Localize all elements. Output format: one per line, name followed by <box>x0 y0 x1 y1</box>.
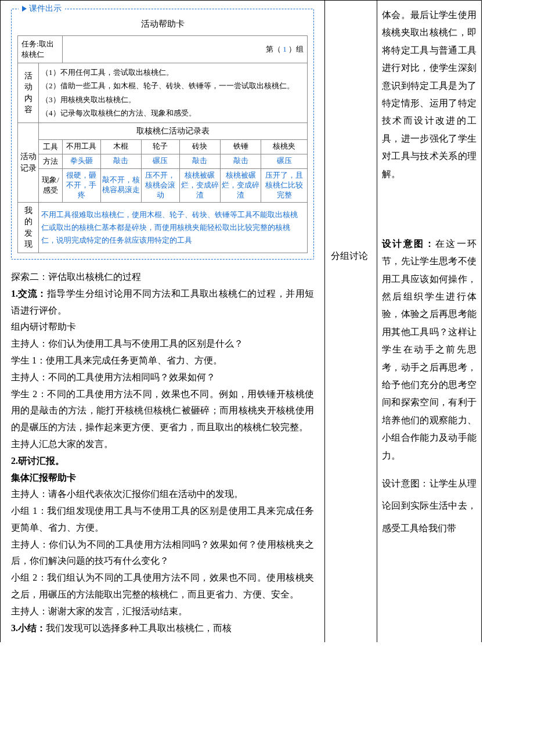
method-1: 拳头砸 <box>63 154 101 168</box>
step1: 1.交流：指导学生分组讨论用不同方法和工具取出核桃仁的过程，并用短语进行评价。 <box>11 286 314 319</box>
step3-text: 我们发现可以选择多种工具取出核桃仁，而核 <box>46 623 232 633</box>
collective-thanks: 主持人：谢谢大家的发言，汇报活动结束。 <box>11 603 314 620</box>
group-prefix: 第（ <box>266 45 281 53</box>
row-method-label: 方法 <box>39 154 63 168</box>
design-intent-text-1: 在这一环节，先让学生思考不使用工具应该如何操作，然后组织学生进行体验，体验之后再… <box>382 239 477 460</box>
col-tool: 工具 <box>39 139 63 154</box>
side-head-content: 活动内容 <box>18 63 39 123</box>
collective-a2: 小组 2：我们组认为不同的工具使用方法不同，效果也不同。使用核桃夹之后，用碾压的… <box>11 570 314 603</box>
col-h-2: 木棍 <box>100 139 141 154</box>
middle-column: 分组讨论 <box>325 0 377 642</box>
col-h-4: 砖块 <box>179 139 220 154</box>
host-summary: 主持人汇总大家的发言。 <box>11 436 314 453</box>
feel-6: 压开了，且核桃仁比较完整 <box>261 168 308 202</box>
record-method-row: 方法 拳头砸 敲击 碾压 敲击 敲击 碾压 <box>18 154 308 168</box>
page: 课件出示 活动帮助卡 任务:取出核桃仁 第（ 1 ）组 活动内容 <box>0 0 534 642</box>
body-text: 探索二：评估取出核桃仁的过程 1.交流：指导学生分组讨论用不同方法和工具取出核桃… <box>11 269 314 637</box>
feel-3: 压不开，核桃会滚动 <box>142 168 180 202</box>
group-suffix: ）组 <box>288 45 304 53</box>
feel-4: 核桃被碾烂，变成碎渣 <box>179 168 220 202</box>
method-6: 碾压 <box>261 154 308 168</box>
record-feel-row: 现象/感受 很硬，砸不开，手疼 敲不开，核桃容易滚走 压不开，核桃会滚动 核桃被… <box>18 168 308 202</box>
explore2-title: 探索二：评估取出核桃仁的过程 <box>11 269 314 286</box>
method-4: 敲击 <box>179 154 220 168</box>
step2-label: 2.研讨汇报。 <box>11 453 314 470</box>
col-h-5: 铁锤 <box>221 139 261 154</box>
feel-2: 敲不开，核桃容易滚走 <box>100 168 141 202</box>
collective-title: 集体汇报帮助卡 <box>11 470 314 487</box>
collective-q2: 主持人：你们认为不同的工具使用方法相同吗？效果如何？使用核桃夹之后，你们解决问题… <box>11 537 314 570</box>
method-3: 碾压 <box>142 154 180 168</box>
right-design-1: 设计意图：在这一环节，先让学生思考不使用工具应该如何操作，然后组织学生进行体验，… <box>382 235 477 465</box>
step1-label: 1.交流： <box>11 289 47 298</box>
side-head-finding: 我的发现 <box>18 202 39 253</box>
feel-1: 很硬，砸不开，手疼 <box>63 168 101 202</box>
help-card-table: 任务:取出核桃仁 第（ 1 ）组 活动内容 （1）不用任何工具，尝试取出核桃仁。… <box>17 35 308 253</box>
activity-content-row: 活动内容 （1）不用任何工具，尝试取出核桃仁。 （2）借助一些工具，如木棍、轮子… <box>18 63 308 123</box>
group-number: 1 <box>283 45 287 53</box>
content-line-2: （2）借助一些工具，如木棍、轮子、砖块、铁锤等，一一尝试取出核桃仁。 <box>41 79 305 92</box>
activity-content-cell: （1）不用任何工具，尝试取出核桃仁。 （2）借助一些工具，如木棍、轮子、砖块、铁… <box>39 63 308 123</box>
collective-a1: 小组 1：我们组发现使用工具与不使用工具的区别是使用工具来完成任务更简单、省力、… <box>11 503 314 537</box>
collective-q1: 主持人：请各小组代表依次汇报你们组在活动中的发现。 <box>11 486 314 503</box>
task-label: 任务:取出核桃仁 <box>21 39 54 59</box>
feel-5: 核桃被碾烂，变成碎渣 <box>221 168 261 202</box>
side-head-record: 活动记录 <box>18 123 39 202</box>
method-2: 敲击 <box>100 154 141 168</box>
content-line-1: （1）不用任何工具，尝试取出核桃仁。 <box>41 66 305 79</box>
col-h-3: 轮子 <box>142 139 180 154</box>
finding-text: 不用工具很难取出核桃仁，使用木棍、轮子、砖块、铁锤等工具不能取出核桃仁或取出的核… <box>39 202 308 253</box>
host-q1: 主持人：你们认为使用工具与不使用工具的区别是什么？ <box>11 336 314 352</box>
student-a1: 学生 1：使用工具来完成任务更简单、省力、方便。 <box>11 352 314 369</box>
record-title-row: 活动记录 取核桃仁活动记录表 <box>18 123 308 139</box>
step1-text: 指导学生分组讨论用不同方法和工具取出核桃仁的过程，并用短语进行评价。 <box>11 289 314 315</box>
courseware-badge: 课件出示 <box>19 3 65 14</box>
student-a2: 学生 2：不同的工具使用方法不同，效果也不同。例如，用铁锤开核桃使用的是敲击的方… <box>11 386 314 436</box>
record-title: 取核桃仁活动记录表 <box>39 123 308 139</box>
group-card-title: 组内研讨帮助卡 <box>11 319 314 336</box>
method-5: 敲击 <box>221 154 261 168</box>
right-column: 体会。最后让学生使用核桃夹取出核桃仁，即将特定工具与普通工具进行对比，使学生深刻… <box>377 0 482 642</box>
host-q2: 主持人：不同的工具使用方法相同吗？效果如何？ <box>11 369 314 386</box>
finding-row: 我的发现 不用工具很难取出核桃仁，使用木棍、轮子、砖块、铁锤等工具不能取出核桃仁… <box>18 202 308 253</box>
right-para-0: 体会。最后让学生使用核桃夹取出核桃仁，即将特定工具与普通工具进行对比，使学生深刻… <box>382 6 477 183</box>
design-intent-label-1: 设计意图： <box>382 239 435 249</box>
col-h-6: 核桃夹 <box>261 139 308 154</box>
right-design-2: 设计意图：让学生从理论回到实际生活中去，感受工具给我们带 <box>382 473 477 539</box>
step3-label: 3.小结： <box>11 623 46 633</box>
main-column: 课件出示 活动帮助卡 任务:取出核桃仁 第（ 1 ）组 活动内容 <box>0 0 325 642</box>
row-feel-label: 现象/感受 <box>39 168 63 202</box>
step3: 3.小结：我们发现可以选择多种工具取出核桃仁，而核 <box>11 620 314 637</box>
group-discuss-label: 分组讨论 <box>331 250 368 262</box>
content-line-3: （3）用核桃夹取出核桃仁。 <box>41 93 305 106</box>
content-line-4: （4）记录每次取核桃仁的方法、现象和感受。 <box>41 106 305 120</box>
help-card-title: 活动帮助卡 <box>17 19 308 30</box>
courseware-box: 课件出示 活动帮助卡 任务:取出核桃仁 第（ 1 ）组 活动内容 <box>11 9 314 260</box>
record-header-row: 工具 不用工具 木棍 轮子 砖块 铁锤 核桃夹 <box>18 139 308 154</box>
col-h-1: 不用工具 <box>63 139 101 154</box>
task-row: 任务:取出核桃仁 第（ 1 ）组 <box>18 36 308 63</box>
